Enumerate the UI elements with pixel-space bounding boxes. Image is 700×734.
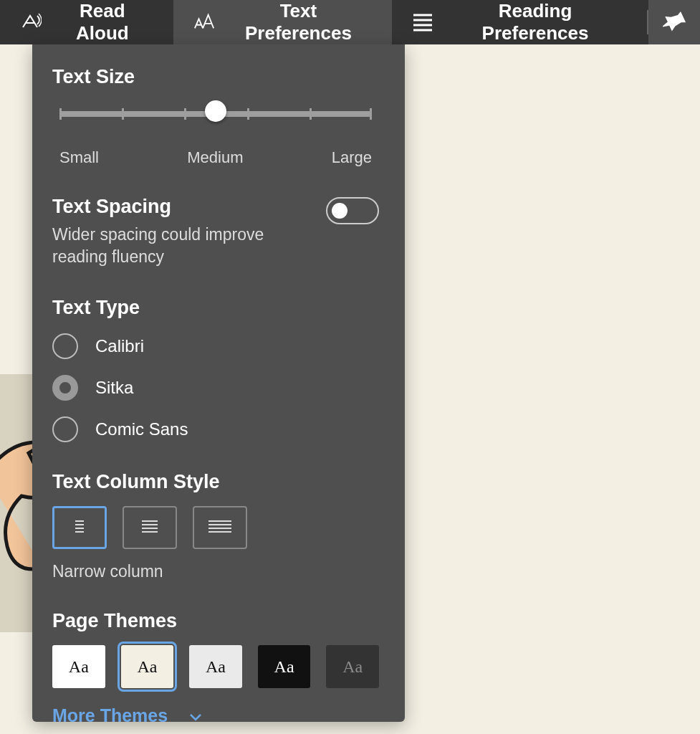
column-style-caption: Narrow column [52,562,379,581]
tab-reading-preferences[interactable]: Reading Preferences [392,0,647,44]
tab-label: Reading Preferences [444,0,627,44]
column-narrow-button[interactable] [52,506,107,549]
font-label: Sitka [95,378,133,398]
column-medium-button[interactable] [123,506,177,549]
font-label: Comic Sans [95,419,188,439]
more-themes-link[interactable]: More Themes [52,705,379,726]
text-spacing-toggle[interactable] [326,197,379,224]
font-label: Calibri [95,336,144,356]
tab-label: Text Preferences [225,0,372,44]
slider-tick [247,108,249,120]
theme-dark-grey[interactable]: Aa [326,645,379,688]
page-themes-title: Page Themes [52,610,379,632]
radio-icon [52,375,78,401]
font-option-calibri[interactable]: Calibri [52,333,379,359]
column-style-title: Text Column Style [52,471,379,493]
theme-sepia[interactable]: Aa [121,645,174,688]
more-themes-label: More Themes [52,705,168,726]
theme-light-grey[interactable]: Aa [189,645,242,688]
text-size-title: Text Size [52,66,379,88]
pin-button[interactable] [648,0,700,44]
font-option-sitka[interactable]: Sitka [52,375,379,401]
tab-text-preferences[interactable]: Text Preferences [173,0,392,44]
slider-label-medium: Medium [187,148,243,167]
immersive-reader-toolbar: Read Aloud Text Preferences Reading Pref… [0,0,700,44]
column-wide-button[interactable] [193,506,247,549]
text-spacing-title: Text Spacing [52,196,289,218]
read-aloud-icon [20,11,42,33]
slider-tick [184,108,186,120]
section-text-type: Text Type Calibri Sitka Comic Sans [52,297,379,442]
theme-swatch-label: Aa [342,657,363,677]
theme-white[interactable]: Aa [52,645,105,688]
text-type-title: Text Type [52,297,379,319]
section-text-spacing: Text Spacing Wider spacing could improve… [52,196,379,268]
toggle-knob [332,203,347,219]
section-page-themes: Page Themes Aa Aa Aa Aa Aa More Themes [52,610,379,726]
radio-icon [52,333,78,359]
tab-read-aloud[interactable]: Read Aloud [0,0,173,44]
text-size-slider[interactable] [59,103,372,140]
theme-swatch-label: Aa [274,657,294,677]
theme-swatch-label: Aa [69,657,89,677]
slider-labels: Small Medium Large [59,148,372,167]
theme-swatch-label: Aa [206,657,226,677]
lines-icon [412,11,433,33]
font-option-comic-sans[interactable]: Comic Sans [52,416,379,442]
text-spacing-description: Wider spacing could improve reading flue… [52,224,289,268]
section-column-style: Text Column Style Narrow [52,471,379,581]
tab-label: Read Aloud [52,0,153,44]
theme-swatch-label: Aa [137,657,157,677]
slider-tick [59,108,62,120]
chevron-down-icon [189,705,202,726]
text-preferences-panel: Text Size Small Medium Large Text Spacin… [32,44,405,722]
slider-tick [370,108,372,120]
slider-tick [310,108,312,120]
text-size-icon [193,11,215,33]
slider-tick [122,108,124,120]
theme-black[interactable]: Aa [258,645,311,688]
slider-label-small: Small [59,148,99,167]
pin-icon [663,9,687,36]
radio-icon [52,416,78,442]
slider-label-large: Large [332,148,372,167]
slider-thumb[interactable] [205,100,226,122]
section-text-size: Text Size Small Medium Large [52,66,379,167]
